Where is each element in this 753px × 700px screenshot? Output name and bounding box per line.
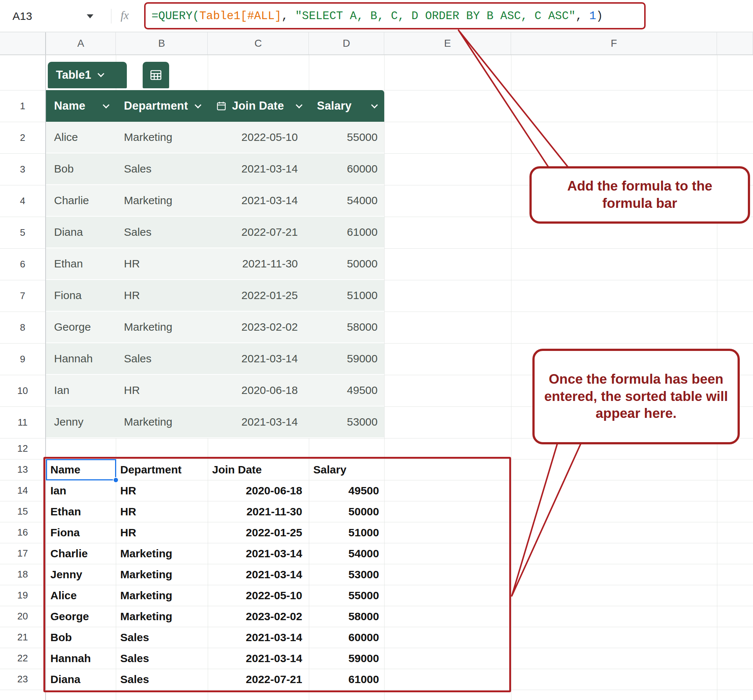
cell-department[interactable]: Sales: [116, 669, 208, 690]
column-label-B[interactable]: B: [116, 32, 208, 55]
cell-department[interactable]: Marketing: [116, 312, 208, 342]
column-header-join-date[interactable]: Join Date: [208, 90, 309, 122]
column-label-C[interactable]: C: [208, 32, 309, 55]
cell-salary[interactable]: 61000: [309, 217, 384, 248]
column-header-salary[interactable]: Salary: [309, 90, 384, 122]
cell-join-date[interactable]: 2022-07-21: [208, 217, 309, 248]
column-label-partial[interactable]: [717, 32, 753, 55]
cell-join-date[interactable]: 2021-11-30: [208, 501, 309, 522]
cell-join-date[interactable]: 2021-11-30: [208, 248, 309, 279]
row-header-9[interactable]: 9: [0, 343, 45, 375]
cell-name[interactable]: Bob: [46, 627, 116, 648]
cell-department[interactable]: Sales: [116, 217, 208, 248]
table-options-button[interactable]: [143, 62, 169, 88]
row-header-1[interactable]: 1: [0, 90, 45, 122]
cell-name[interactable]: George: [46, 312, 116, 342]
cell-name[interactable]: Charlie: [46, 185, 116, 216]
row-header-20[interactable]: 20: [0, 606, 45, 627]
cell-join-date[interactable]: 2021-03-14: [208, 648, 309, 669]
cell-salary[interactable]: 60000: [309, 627, 384, 648]
cell-name[interactable]: Jenny: [46, 406, 116, 438]
cell-join-date[interactable]: 2021-03-14: [208, 627, 309, 648]
cell-join-date[interactable]: 2022-05-10: [208, 122, 309, 153]
cell-join-date[interactable]: 2021-03-14: [208, 343, 309, 374]
cell-salary[interactable]: 55000: [309, 585, 384, 606]
cell-salary[interactable]: 50000: [309, 501, 384, 522]
cell-salary[interactable]: 49500: [309, 480, 384, 501]
cell-join-date[interactable]: 2023-02-02: [208, 606, 309, 627]
column-label-D[interactable]: D: [309, 32, 384, 55]
cell-name[interactable]: Bob: [46, 153, 116, 184]
chevron-down-icon[interactable]: [195, 102, 201, 108]
row-header-5[interactable]: 5: [0, 217, 45, 248]
column-label-F[interactable]: F: [511, 32, 717, 55]
cell-join-date[interactable]: 2021-03-14: [208, 543, 309, 564]
cell-salary[interactable]: 55000: [309, 122, 384, 153]
cell-name[interactable]: Diana: [46, 217, 116, 248]
cell-join-date[interactable]: 2022-07-21: [208, 669, 309, 690]
cell-salary[interactable]: 54000: [309, 185, 384, 216]
cell-salary[interactable]: 53000: [309, 406, 384, 438]
cell-join-date[interactable]: 2022-01-25: [208, 522, 309, 543]
fill-handle[interactable]: [113, 477, 119, 483]
cell-salary[interactable]: 58000: [309, 606, 384, 627]
cell-name[interactable]: Alice: [46, 585, 116, 606]
cell-department[interactable]: Marketing: [116, 185, 208, 216]
cell-header-salary[interactable]: Salary: [309, 459, 384, 480]
cell-salary[interactable]: 59000: [309, 648, 384, 669]
table-name-chip[interactable]: Table1: [48, 62, 127, 88]
cell-name[interactable]: Ethan: [46, 248, 116, 279]
cell-salary[interactable]: 51000: [309, 522, 384, 543]
formula-input[interactable]: =QUERY(Table1[#ALL], "SELECT A, B, C, D …: [144, 2, 645, 30]
cell-name[interactable]: Diana: [46, 669, 116, 690]
cell-header-join-date[interactable]: Join Date: [208, 459, 309, 480]
select-all-corner[interactable]: [0, 32, 46, 55]
column-label-E[interactable]: E: [384, 32, 511, 55]
cell-department[interactable]: Marketing: [116, 543, 208, 564]
row-header-8[interactable]: 8: [0, 312, 45, 343]
cell-department[interactable]: HR: [116, 522, 208, 543]
row-header-6[interactable]: 6: [0, 248, 45, 280]
row-header-3[interactable]: 3: [0, 153, 45, 185]
cell-department[interactable]: HR: [116, 480, 208, 501]
cell-join-date[interactable]: 2020-06-18: [208, 480, 309, 501]
row-header-18[interactable]: 18: [0, 564, 45, 585]
cell-header-department[interactable]: Department: [116, 459, 208, 480]
cell-department[interactable]: Marketing: [116, 406, 208, 438]
row-header-23[interactable]: 23: [0, 669, 45, 690]
cell-name[interactable]: Hannah: [46, 343, 116, 374]
cell-join-date[interactable]: 2023-02-02: [208, 312, 309, 342]
row-header-7[interactable]: 7: [0, 280, 45, 312]
row-header-2[interactable]: 2: [0, 122, 45, 153]
cell-header-name[interactable]: Name: [46, 459, 116, 480]
cell-name[interactable]: Hannah: [46, 648, 116, 669]
cell-join-date[interactable]: 2020-06-18: [208, 375, 309, 406]
cell-salary[interactable]: 51000: [309, 280, 384, 311]
cell-join-date[interactable]: 2021-03-14: [208, 153, 309, 184]
cell-department[interactable]: Marketing: [116, 564, 208, 585]
cell-salary[interactable]: 60000: [309, 153, 384, 184]
chevron-down-icon[interactable]: [296, 102, 302, 108]
row-header-17[interactable]: 17: [0, 543, 45, 564]
cell-salary[interactable]: 59000: [309, 343, 384, 374]
cell-department[interactable]: Sales: [116, 648, 208, 669]
column-header-department[interactable]: Department: [116, 90, 208, 122]
cell-join-date[interactable]: 2021-03-14: [208, 564, 309, 585]
chevron-down-icon[interactable]: [371, 102, 377, 108]
cell-department[interactable]: Sales: [116, 343, 208, 374]
row-header-4[interactable]: 4: [0, 185, 45, 217]
cell-name[interactable]: Ian: [46, 375, 116, 406]
cell-department[interactable]: Marketing: [116, 122, 208, 153]
cell-salary[interactable]: 54000: [309, 543, 384, 564]
cell-salary[interactable]: 53000: [309, 564, 384, 585]
column-label-A[interactable]: A: [46, 32, 116, 55]
row-header-21[interactable]: 21: [0, 627, 45, 648]
cell-department[interactable]: Sales: [116, 153, 208, 184]
cell-name[interactable]: Fiona: [46, 280, 116, 311]
chevron-down-icon[interactable]: [97, 70, 104, 77]
row-header-22[interactable]: 22: [0, 648, 45, 669]
cell-department[interactable]: Marketing: [116, 585, 208, 606]
chevron-down-icon[interactable]: [103, 102, 109, 108]
row-header-12[interactable]: 12: [0, 438, 45, 459]
chevron-down-icon[interactable]: [87, 14, 94, 19]
